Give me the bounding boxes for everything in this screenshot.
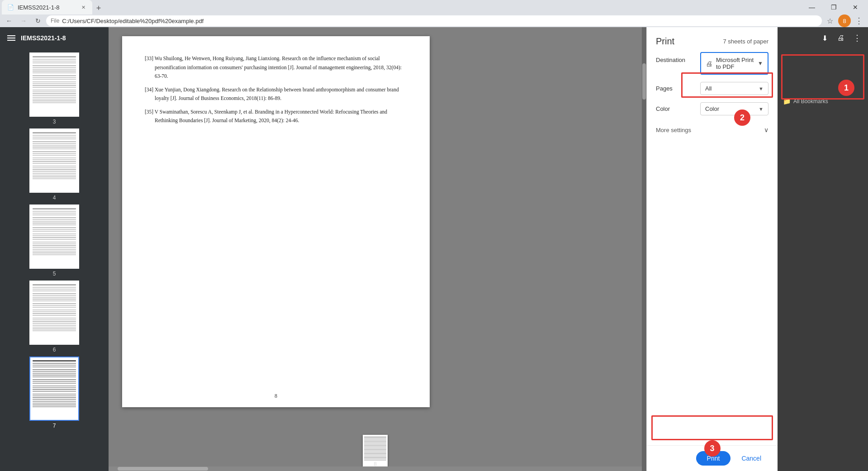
printer-icon: 🖨: [706, 60, 712, 67]
address-path: C:/Users/CF/Desktop/editable%20pdf%20exa…: [62, 18, 204, 24]
thumbnail-item-7[interactable]: 7: [29, 357, 79, 429]
pages-value: All: [705, 85, 711, 92]
hamburger-menu[interactable]: [7, 35, 15, 41]
print-panel: Print 7 sheets of paper Destination 🖨 Mi…: [646, 27, 778, 471]
forward-button[interactable]: →: [17, 14, 30, 27]
pdf-page: [33] Wu Shuilong, He Wenwen, Hong Ruiyan…: [122, 36, 430, 407]
annotation-circle-1: 1: [838, 80, 854, 96]
pages-selector[interactable]: All ▼: [700, 82, 768, 95]
reload-button[interactable]: ↻: [32, 14, 44, 27]
destination-value: Microsoft Print to PDF: [716, 57, 754, 70]
browser-chrome: 📄 IEMSS2021-1-8 ✕ + — ❐ ✕ ← → ↻ File C:/…: [0, 0, 868, 27]
reference-34: [34] Xue Yunjian, Dong Xiangdong. Resear…: [145, 86, 407, 103]
color-label: Color: [656, 105, 697, 112]
more-settings-label: More settings: [656, 127, 764, 133]
pdf-viewer: [33] Wu Shuilong, He Wenwen, Hong Ruiyan…: [109, 27, 646, 471]
sheets-info: 7 sheets of paper: [723, 38, 768, 45]
right-dark-panel: ⬇ 🖨 ⋮ 📁 All Bookmarks 1: [778, 27, 868, 471]
annotation-circle-2: 2: [734, 109, 750, 126]
thumbnail-num-7: 7: [53, 423, 56, 429]
reference-35: [35] V Swaminathan, Sorescu A, Steenkamp…: [145, 108, 407, 125]
annotation-circle-3: 3: [704, 440, 721, 457]
thumbnail-num-5: 5: [53, 271, 56, 277]
vertical-scrollbar[interactable]: [642, 27, 646, 471]
reference-33: [33] Wu Shuilong, He Wenwen, Hong Ruiyan…: [145, 54, 407, 81]
bookmarks-label: All Bookmarks: [793, 98, 828, 105]
tab-title: IEMSS2021-1-8: [18, 4, 60, 11]
pdf-page-number: 8: [275, 391, 277, 400]
thumbnail-item-5[interactable]: 5: [29, 205, 79, 277]
window-close-button[interactable]: ✕: [844, 0, 866, 14]
window-minimize-button[interactable]: —: [801, 0, 823, 14]
address-protocol: File: [51, 18, 59, 24]
thumbnail-item-4[interactable]: 4: [29, 128, 79, 201]
pages-chevron-icon: ▼: [759, 86, 764, 91]
pages-label: Pages: [656, 85, 697, 92]
more-settings-chevron-icon: ∨: [764, 126, 768, 133]
new-tab-button[interactable]: +: [92, 2, 105, 14]
star-button[interactable]: ☆: [824, 14, 836, 27]
left-sidebar: IEMSS2021-1-8: [0, 27, 109, 471]
download-button[interactable]: ⬇: [817, 31, 832, 45]
folder-icon: 📁: [783, 98, 791, 105]
thumbnail-num-6: 6: [53, 347, 56, 353]
menu-button[interactable]: ⋮: [853, 14, 865, 27]
more-options-button[interactable]: ⋮: [850, 31, 864, 45]
thumbnail-num-3: 3: [53, 119, 56, 125]
browser-tab[interactable]: 📄 IEMSS2021-1-8 ✕: [2, 0, 92, 14]
print-title: Print: [656, 36, 674, 47]
color-chevron-icon: ▼: [759, 106, 764, 112]
bookmarks-section: 📁 All Bookmarks: [778, 94, 868, 109]
thumbnail-list: 3: [0, 49, 109, 471]
sidebar-title: IEMSS2021-1-8: [21, 34, 66, 42]
tab-favicon: 📄: [7, 4, 14, 10]
color-selector[interactable]: Color ▼: [700, 102, 768, 115]
more-settings-row[interactable]: More settings ∨: [647, 123, 778, 137]
thumbnail-num-4: 4: [53, 195, 56, 201]
bottom-preview-bar: 8: [109, 430, 642, 471]
thumbnail-item-6[interactable]: 6: [29, 281, 79, 353]
address-bar[interactable]: File C:/Users/CF/Desktop/editable%20pdf%…: [46, 15, 822, 26]
thumbnail-item-3[interactable]: 3: [29, 52, 79, 125]
destination-label: Destination: [656, 52, 697, 63]
print-icon-button[interactable]: 🖨: [834, 31, 848, 45]
window-restore-button[interactable]: ❐: [823, 0, 844, 14]
color-value: Color: [705, 105, 719, 112]
destination-selector[interactable]: 🖨 Microsoft Print to PDF ▼: [700, 52, 768, 75]
destination-chevron-icon: ▼: [758, 60, 763, 67]
cancel-button[interactable]: Cancel: [734, 451, 768, 466]
back-button[interactable]: ←: [3, 14, 15, 27]
horizontal-scrollbar[interactable]: [109, 466, 642, 471]
tab-close-icon[interactable]: ✕: [80, 4, 87, 11]
profile-button[interactable]: 8: [838, 14, 851, 27]
